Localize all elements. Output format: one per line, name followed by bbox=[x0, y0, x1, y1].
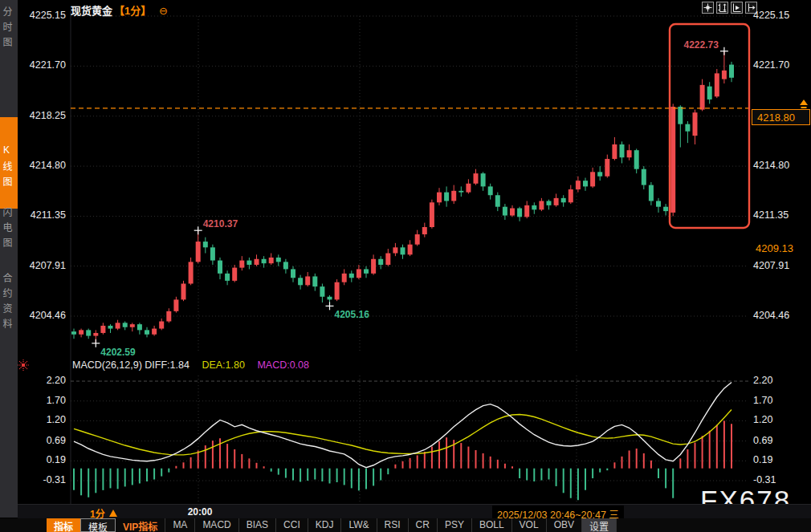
candle-body bbox=[547, 201, 552, 205]
candle-body bbox=[349, 274, 354, 278]
candle-body bbox=[283, 262, 288, 269]
candle-body bbox=[576, 181, 581, 189]
price-axis-label: 0.69 bbox=[14, 435, 66, 446]
candle-body bbox=[152, 329, 157, 335]
current-price-tag: 4218.80 bbox=[752, 109, 810, 125]
candle-body bbox=[437, 193, 442, 203]
footer-tab-7[interactable]: KDJ bbox=[308, 518, 342, 532]
candle-body bbox=[116, 323, 120, 328]
candle-body bbox=[415, 234, 420, 245]
candle-body bbox=[539, 201, 544, 209]
indicator-tab-bar: 指标模板VIP指标MAMACDBIASCCIKDJLW&RSICRPSYBOLL… bbox=[0, 518, 811, 532]
price-axis-label: 4225.15 bbox=[753, 10, 789, 21]
candle-body bbox=[218, 261, 222, 274]
candle-body bbox=[196, 242, 201, 262]
candle-body bbox=[451, 191, 456, 201]
candle-body bbox=[79, 330, 84, 334]
candle-body bbox=[305, 276, 310, 285]
candle-body bbox=[503, 207, 507, 216]
candle-body bbox=[255, 259, 259, 265]
candle-body bbox=[583, 181, 588, 186]
price-axis-label: 1.70 bbox=[753, 395, 772, 406]
macd-diff-line bbox=[74, 383, 732, 468]
price-annotation: 4205.16 bbox=[335, 309, 369, 320]
price-axis-label: 1.70 bbox=[14, 395, 66, 406]
candle-body bbox=[444, 193, 449, 201]
candle-body bbox=[656, 201, 661, 206]
interval-tag: 【1分】 bbox=[114, 5, 151, 17]
price-axis-label: 1.20 bbox=[14, 414, 66, 425]
price-axis-label: 4225.15 bbox=[14, 10, 66, 21]
price-axis-label: -0.31 bbox=[753, 474, 776, 485]
candle-body bbox=[620, 144, 625, 157]
footer-tab-9[interactable]: RSI bbox=[377, 518, 409, 532]
candle-body bbox=[335, 282, 340, 300]
crosshair-icon[interactable] bbox=[702, 2, 714, 14]
price-axis-label: 4211.35 bbox=[753, 209, 789, 221]
playback-icon[interactable] bbox=[731, 2, 743, 14]
highlight-box bbox=[670, 24, 749, 228]
candle-body bbox=[181, 284, 186, 300]
candle-body bbox=[605, 159, 609, 177]
price-axis-label: 0.19 bbox=[14, 454, 66, 465]
footer-tab-11[interactable]: PSY bbox=[438, 518, 472, 532]
candle-body bbox=[524, 205, 529, 217]
footer-tab-5[interactable]: BIAS bbox=[239, 518, 276, 532]
collapse-icon[interactable]: ⊖ bbox=[159, 5, 168, 17]
candle-body bbox=[239, 261, 244, 268]
footer-tab-4[interactable]: MACD bbox=[195, 518, 238, 532]
candle-body bbox=[430, 202, 434, 227]
footer-tab-2[interactable]: VIP指标 bbox=[116, 518, 165, 532]
price-annotation: 4210.37 bbox=[203, 218, 238, 229]
candle-body bbox=[189, 262, 194, 283]
candle-body bbox=[495, 195, 500, 206]
price-axis-label: 4204.46 bbox=[14, 310, 66, 321]
footer-tab-13[interactable]: VOL bbox=[512, 518, 547, 532]
candle-body bbox=[401, 247, 406, 254]
candle-body bbox=[357, 269, 361, 278]
chart-title: 现货黄金【1分】 ⊖ bbox=[71, 2, 168, 18]
candle-body bbox=[291, 269, 295, 278]
price-axis-label: 4221.70 bbox=[753, 59, 789, 71]
axis-scale-icon[interactable] bbox=[716, 2, 728, 14]
candle-body bbox=[408, 245, 413, 255]
price-axis-label: 4214.80 bbox=[753, 160, 789, 171]
candle-body bbox=[707, 87, 712, 99]
price-axis-label: 1.20 bbox=[753, 414, 772, 425]
candle-body bbox=[678, 107, 683, 124]
candle-body bbox=[385, 254, 390, 265]
candle-body bbox=[458, 191, 463, 193]
candle-body bbox=[93, 333, 98, 336]
candle-body bbox=[137, 324, 142, 330]
candle-body bbox=[371, 259, 376, 274]
footer-tab-10[interactable]: CR bbox=[409, 518, 438, 532]
candle-body bbox=[166, 311, 171, 322]
candle-body bbox=[729, 65, 734, 78]
macd-dea-line bbox=[74, 410, 732, 455]
sidebar-item-3[interactable]: 合约资料 bbox=[0, 273, 18, 334]
footer-tab-12[interactable]: BOLL bbox=[472, 518, 512, 532]
footer-tab-1[interactable]: 模板 bbox=[80, 518, 116, 532]
candle-body bbox=[159, 321, 164, 328]
candle-body bbox=[123, 323, 128, 327]
footer-tab-6[interactable]: CCI bbox=[276, 518, 308, 532]
secondary-price-tag: 4209.13 bbox=[753, 242, 796, 254]
candle-body bbox=[554, 198, 559, 205]
candle-body bbox=[312, 276, 317, 286]
candle-body bbox=[663, 207, 668, 211]
footer-tab-0[interactable]: 指标 bbox=[47, 518, 80, 532]
chart-canvas[interactable] bbox=[0, 0, 811, 518]
triangle-up-icon bbox=[109, 510, 117, 517]
candle-body bbox=[597, 172, 602, 176]
footer-tab-14[interactable]: OBV bbox=[547, 518, 582, 532]
footer-tab-8[interactable]: LW& bbox=[341, 518, 377, 532]
footer-tab-3[interactable]: MA bbox=[165, 518, 195, 532]
candle-body bbox=[210, 247, 215, 260]
candle-body bbox=[561, 198, 566, 202]
footer-tab-15[interactable]: 设置 bbox=[582, 518, 617, 532]
price-arrow-icon bbox=[800, 99, 808, 105]
candle-body bbox=[342, 274, 347, 282]
candle-body bbox=[86, 330, 91, 335]
price-axis-label: 4214.80 bbox=[14, 160, 66, 171]
candle-body bbox=[685, 124, 690, 132]
